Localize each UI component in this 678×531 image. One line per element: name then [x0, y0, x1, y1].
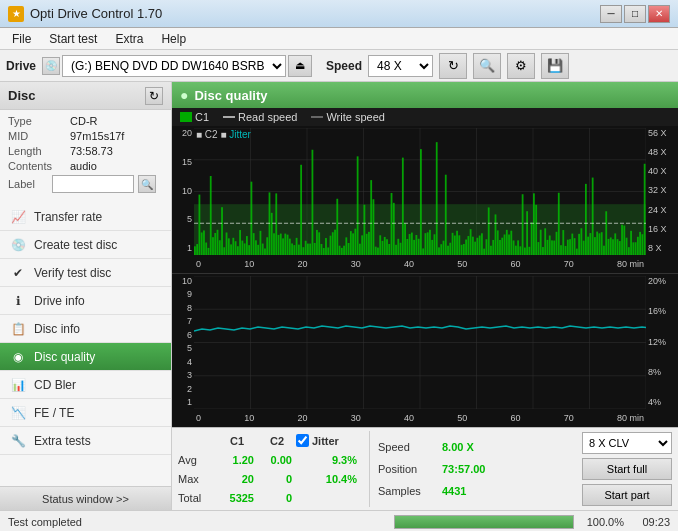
statusbar: Test completed 100.0% 09:23	[0, 510, 678, 531]
svg-rect-36	[244, 243, 246, 255]
x-label-40: 40	[404, 259, 414, 269]
disc-label: Disc	[8, 88, 35, 103]
nav-label-fe-te: FE / TE	[34, 406, 74, 420]
contents-val: audio	[70, 160, 97, 172]
nav-label-drive-info: Drive info	[34, 294, 85, 308]
bottom-chart-svg	[194, 276, 646, 409]
svg-rect-100	[388, 244, 390, 255]
svg-rect-87	[359, 244, 361, 255]
svg-rect-154	[510, 231, 512, 255]
svg-rect-119	[431, 240, 433, 255]
speed-clv-select[interactable]: 8 X CLV	[582, 432, 672, 454]
sidebar-item-cd-bler[interactable]: 📊 CD Bler	[0, 371, 171, 399]
disc-info-panel: Type CD-R MID 97m15s17f Length 73:58.73 …	[0, 110, 171, 201]
by-7: 7	[172, 316, 194, 326]
menu-help[interactable]: Help	[153, 30, 194, 48]
svg-rect-89	[364, 205, 366, 255]
menu-start-test[interactable]: Start test	[41, 30, 105, 48]
label-browse-button[interactable]: 🔍	[138, 175, 156, 193]
drive-icon: 💿	[42, 57, 60, 75]
y-label-1: 1	[172, 243, 194, 253]
by-5: 5	[172, 343, 194, 353]
svg-rect-187	[585, 184, 587, 255]
sidebar-item-disc-info[interactable]: 📋 Disc info	[0, 315, 171, 343]
start-part-button[interactable]: Start part	[582, 484, 672, 506]
bx-50: 50	[457, 413, 467, 423]
close-button[interactable]: ✕	[648, 5, 670, 23]
speed-select[interactable]: 48 X	[368, 55, 433, 77]
top-chart-x-axis: 0 10 20 30 40 50 60 70 80 min	[194, 255, 646, 273]
bottom-chart-y-axis-right: 20% 16% 12% 8% 4%	[646, 274, 678, 409]
label-input[interactable]	[52, 175, 134, 193]
svg-rect-208	[632, 242, 634, 255]
settings-button[interactable]: ⚙	[507, 53, 535, 79]
svg-rect-94	[375, 247, 377, 255]
x-label-30: 30	[351, 259, 361, 269]
disc-quality-icon: ◉	[10, 349, 26, 365]
status-window-button[interactable]: Status window >>	[0, 486, 171, 510]
disc-refresh-button[interactable]: ↻	[145, 87, 163, 105]
sidebar: Disc ↻ Type CD-R MID 97m15s17f Length 73…	[0, 82, 172, 510]
legend-read-label: Read speed	[238, 111, 297, 123]
sidebar-item-disc-quality[interactable]: ◉ Disc quality	[0, 343, 171, 371]
svg-rect-35	[241, 241, 243, 255]
svg-rect-151	[504, 234, 506, 255]
svg-rect-167	[540, 230, 542, 255]
svg-rect-59	[296, 238, 298, 255]
y-right-8x: 8 X	[646, 243, 678, 253]
eject-button[interactable]: ⏏	[288, 55, 312, 77]
progress-label: 100.0%	[582, 516, 624, 528]
drive-select[interactable]: (G:) BENQ DVD DD DW1640 BSRB	[62, 55, 286, 77]
maximize-button[interactable]: □	[624, 5, 646, 23]
sidebar-item-drive-info[interactable]: ℹ Drive info	[0, 287, 171, 315]
svg-rect-66	[312, 150, 314, 255]
svg-rect-139	[477, 238, 479, 255]
svg-rect-72	[325, 238, 327, 255]
svg-rect-197	[608, 239, 610, 255]
svg-rect-14	[194, 246, 196, 255]
svg-rect-205	[626, 238, 628, 255]
svg-rect-97	[382, 241, 384, 255]
svg-rect-116	[425, 233, 427, 255]
by-right-12pct: 12%	[646, 337, 678, 347]
refresh-button[interactable]: ↻	[439, 53, 467, 79]
svg-rect-210	[637, 237, 639, 255]
scan-button[interactable]: 🔍	[473, 53, 501, 79]
progress-bar-container	[394, 515, 574, 529]
avg-jitter: 9.3%	[296, 454, 361, 466]
svg-rect-74	[330, 236, 332, 255]
x-label-20: 20	[297, 259, 307, 269]
drive-info-icon: ℹ	[10, 293, 26, 309]
sidebar-item-create-test-disc[interactable]: 💿 Create test disc	[0, 231, 171, 259]
save-button[interactable]: 💾	[541, 53, 569, 79]
svg-rect-79	[341, 248, 343, 255]
bx-30: 30	[351, 413, 361, 423]
start-full-button[interactable]: Start full	[582, 458, 672, 480]
svg-rect-63	[305, 241, 307, 255]
menu-extra[interactable]: Extra	[107, 30, 151, 48]
svg-rect-82	[348, 243, 350, 255]
legend-write: Write speed	[311, 111, 385, 123]
y-label-15: 15	[172, 157, 194, 167]
y-label-10: 10	[172, 186, 194, 196]
menu-file[interactable]: File	[4, 30, 39, 48]
speed-stat-label: Speed	[378, 441, 436, 453]
svg-rect-21	[210, 176, 212, 255]
svg-rect-52	[280, 234, 282, 255]
x-label-80min: 80 min	[617, 259, 644, 269]
svg-rect-38	[248, 245, 250, 255]
svg-rect-179	[567, 240, 569, 255]
cd-bler-icon: 📊	[10, 377, 26, 393]
svg-rect-101	[391, 193, 393, 255]
jitter-checkbox[interactable]	[296, 434, 309, 447]
sidebar-item-fe-te[interactable]: 📉 FE / TE	[0, 399, 171, 427]
sidebar-item-extra-tests[interactable]: 🔧 Extra tests	[0, 427, 171, 455]
svg-rect-200	[614, 233, 616, 255]
svg-rect-77	[336, 199, 338, 255]
y-right-56x: 56 X	[646, 128, 678, 138]
minimize-button[interactable]: ─	[600, 5, 622, 23]
sidebar-item-verify-test-disc[interactable]: ✔ Verify test disc	[0, 259, 171, 287]
sidebar-item-transfer-rate[interactable]: 📈 Transfer rate	[0, 203, 171, 231]
svg-rect-182	[574, 238, 576, 255]
svg-rect-137	[472, 237, 474, 255]
